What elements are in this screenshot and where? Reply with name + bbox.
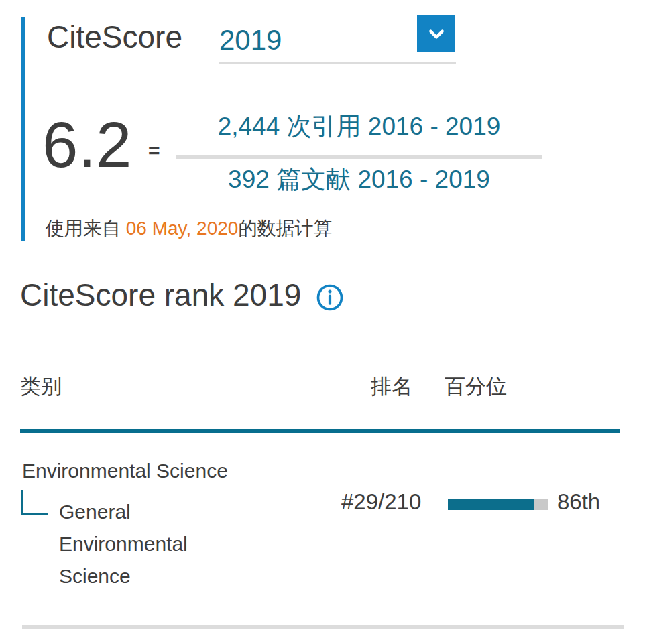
info-button[interactable] [316, 283, 344, 312]
footnote-prefix: 使用来自 [46, 218, 126, 239]
citescore-title: CiteScore [47, 19, 182, 55]
year-select-underline [219, 62, 456, 64]
chevron-down-icon [426, 24, 447, 44]
category-child-label: General Environmental Science [59, 496, 230, 592]
percentile-value: 86th [557, 489, 600, 515]
category-parent-label: Environmental Science [22, 460, 228, 482]
citescore-formula: 2,444 次引用 2016 - 2019 392 篇文献 2016 - 201… [176, 98, 542, 200]
column-header-rank: 排名 [371, 373, 412, 401]
year-dropdown-button[interactable] [417, 15, 455, 52]
calculation-footnote: 使用来自 06 May, 2020的数据计算 [46, 216, 332, 241]
citescore-widget: CiteScore 2019 6.2 = 2,444 次引用 2016 - 20… [0, 0, 645, 644]
column-header-percentile: 百分位 [445, 373, 507, 401]
citescore-value: 6.2 [42, 113, 131, 177]
column-header-category: 类别 [20, 373, 62, 401]
rank-heading-text: CiteScore rank 2019 [20, 277, 301, 313]
percentile-bar [448, 499, 548, 510]
formula-numerator: 2,444 次引用 2016 - 2019 [218, 98, 501, 155]
tree-branch-icon [21, 490, 48, 515]
formula-denominator: 392 篇文献 2016 - 2019 [228, 159, 490, 200]
footnote-date: 06 May, 2020 [126, 218, 239, 239]
equals-sign: = [148, 139, 160, 162]
rank-value: #29/210 [341, 489, 421, 515]
table-bottom-rule [22, 625, 624, 629]
table-header-rule [20, 429, 620, 433]
percentile-bar-fill [448, 499, 534, 510]
accent-bar [21, 17, 25, 241]
rank-section-heading: CiteScore rank 2019 [20, 277, 344, 313]
info-circle-icon [316, 283, 344, 312]
footnote-suffix: 的数据计算 [238, 218, 332, 239]
year-select-value[interactable]: 2019 [219, 24, 282, 56]
